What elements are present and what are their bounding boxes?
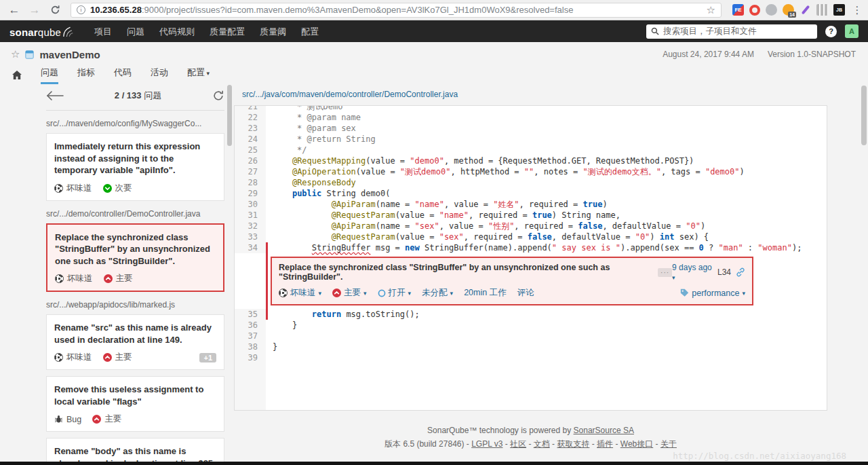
browser-chrome: ← → i 10.236.65.28:9000/project/issues?i… bbox=[0, 0, 868, 20]
page-info-icon[interactable]: i bbox=[77, 5, 85, 14]
bug-icon bbox=[54, 415, 63, 424]
opera-extension-icon[interactable] bbox=[749, 5, 760, 16]
sidebar-scrollbar[interactable] bbox=[227, 85, 232, 146]
nav-item-0[interactable]: 项目 bbox=[94, 26, 112, 37]
columns-extension-icon[interactable] bbox=[816, 4, 828, 16]
footer-link[interactable]: 获取支持 bbox=[557, 439, 589, 449]
line-number[interactable]: 38 bbox=[235, 341, 266, 352]
line-number[interactable]: 25 bbox=[235, 145, 266, 155]
issue-card[interactable]: Rename "src" as this name is already use… bbox=[46, 314, 224, 370]
address-bar[interactable]: i 10.236.65.28:9000/project/issues?id=co… bbox=[71, 3, 722, 18]
browser-reload-icon[interactable] bbox=[46, 5, 64, 15]
nav-item-4[interactable]: 质量阈 bbox=[260, 26, 286, 37]
footer-link[interactable]: Web接口 bbox=[620, 439, 653, 449]
tab-label: 活动 bbox=[151, 67, 168, 77]
line-number[interactable]: 26 bbox=[235, 155, 266, 166]
footer-link[interactable]: 关于 bbox=[660, 439, 677, 449]
issue-card-title: Immediately return this expression inste… bbox=[54, 141, 216, 176]
code-line: 35 return msg.toString(); bbox=[235, 309, 827, 320]
issue-severity-label: 主要 bbox=[104, 413, 121, 425]
line-number[interactable]: 37 bbox=[235, 331, 266, 341]
browser-forward-icon[interactable]: → bbox=[26, 1, 43, 20]
code-content: */ bbox=[266, 145, 827, 155]
code-line: 36 } bbox=[235, 320, 827, 331]
code-line: 23 * @param sex bbox=[235, 123, 827, 134]
issue-status-dropdown[interactable]: 打开▾ bbox=[378, 287, 412, 299]
line-number[interactable]: 32 bbox=[235, 221, 266, 231]
issue-card-tags: 坏味道主要+1 bbox=[54, 352, 216, 363]
browser-back-icon[interactable]: ← bbox=[5, 1, 23, 20]
issue-tags-dropdown[interactable]: performance▾ bbox=[680, 289, 745, 298]
extension-badge: 14 bbox=[788, 12, 796, 18]
gray-extension-icon[interactable] bbox=[766, 4, 777, 16]
open-status-icon bbox=[378, 289, 386, 297]
nav-item-1[interactable]: 问题 bbox=[127, 26, 144, 37]
page-scrollbar[interactable] bbox=[861, 86, 867, 145]
issue-card-title: Rename "src" as this name is already use… bbox=[54, 322, 216, 346]
fe-extension-icon[interactable]: FE bbox=[732, 4, 744, 16]
sonarsource-link[interactable]: SonarSource SA bbox=[574, 426, 634, 435]
issue-age-dropdown[interactable]: 9 days ago ▾ bbox=[672, 263, 713, 282]
search-input[interactable] bbox=[663, 26, 812, 36]
chevron-down-icon: ▾ bbox=[205, 70, 210, 77]
nav-item-2[interactable]: 代码规则 bbox=[159, 26, 195, 37]
line-number[interactable]: 36 bbox=[235, 320, 266, 331]
code-content: @RequestParam(value = "name", required =… bbox=[266, 210, 827, 221]
line-number[interactable]: 29 bbox=[235, 188, 266, 199]
code-line: 32 @ApiParam(name = "sex", value = "性别",… bbox=[235, 221, 827, 231]
issue-card[interactable]: Replace the synchronized class "StringBu… bbox=[46, 223, 224, 293]
sonarqube-nav-menu: 项目问题代码规则质量配置质量阈配置 bbox=[87, 25, 326, 38]
jetbrains-extension-icon[interactable]: JB bbox=[833, 4, 845, 16]
rule-details-button[interactable]: ··· bbox=[658, 268, 672, 277]
code-panel: 21 * 测试Demo22 * @param name23 * @param s… bbox=[234, 105, 827, 411]
browser-menu-icon[interactable]: ⋮ bbox=[852, 4, 863, 16]
issue-box: Replace the synchronized class "StringBu… bbox=[271, 257, 753, 305]
reload-issues-icon[interactable] bbox=[212, 90, 224, 102]
issue-assignee-dropdown[interactable]: 未分配▾ bbox=[422, 287, 453, 299]
permalink-icon[interactable] bbox=[736, 267, 745, 277]
line-number[interactable]: 24 bbox=[235, 134, 266, 145]
footer-link[interactable]: 插件 bbox=[597, 439, 613, 449]
help-icon[interactable]: ? bbox=[825, 26, 837, 37]
line-number[interactable]: 28 bbox=[235, 177, 266, 188]
file-group-label: src/.../webapp/apidocs/lib/marked.js bbox=[46, 300, 224, 310]
line-number[interactable]: 23 bbox=[235, 123, 266, 134]
issue-card[interactable]: Immediately return this expression inste… bbox=[46, 133, 224, 201]
code-line: 37 bbox=[235, 331, 827, 341]
file-path-link[interactable]: src/.../java/com/maven/demo/controller/D… bbox=[234, 81, 868, 105]
nav-item-5[interactable]: 配置 bbox=[301, 26, 319, 37]
global-search[interactable] bbox=[646, 24, 817, 39]
line-number[interactable]: 27 bbox=[235, 166, 266, 177]
line-number[interactable]: 34 bbox=[235, 242, 266, 253]
back-arrow-icon[interactable] bbox=[46, 90, 64, 101]
gear-extension-icon[interactable]: 14 bbox=[783, 4, 794, 16]
footer: SonarQube™ technology is powered by Sona… bbox=[234, 426, 827, 450]
pen-extension-icon[interactable] bbox=[800, 4, 811, 16]
project-name[interactable]: mavenDemo bbox=[39, 49, 100, 60]
line-number[interactable]: 30 bbox=[235, 199, 266, 210]
issue-type-dropdown[interactable]: 坏味道▾ bbox=[279, 287, 321, 299]
minor-severity-icon bbox=[103, 184, 112, 193]
bookmark-star-icon[interactable]: ☆ bbox=[707, 4, 715, 16]
footer-link[interactable]: LGPL v3 bbox=[471, 439, 502, 449]
line-number[interactable]: 22 bbox=[235, 112, 266, 123]
nav-item-3[interactable]: 质量配置 bbox=[210, 26, 245, 37]
avatar[interactable]: A bbox=[845, 24, 859, 38]
issue-card[interactable]: Remove this useless assignment to local … bbox=[46, 376, 224, 432]
line-number[interactable]: 31 bbox=[235, 210, 266, 221]
issue-comment-link[interactable]: 评论 bbox=[517, 287, 534, 299]
footer-version: 版本 6.5 (build 27846) bbox=[384, 439, 464, 449]
footer-link[interactable]: 文档 bbox=[534, 439, 550, 449]
line-number[interactable]: 21 bbox=[235, 105, 266, 112]
tab-label: 问题 bbox=[41, 67, 58, 77]
favorite-star-icon[interactable]: ☆ bbox=[11, 48, 20, 60]
line-number[interactable]: 39 bbox=[235, 352, 266, 363]
issue-severity-dropdown[interactable]: 主要▾ bbox=[332, 287, 367, 299]
sonarqube-logo[interactable]: sonarqube bbox=[9, 24, 73, 38]
code-line: 34 StringBuffer msg = new StringBuffer(n… bbox=[235, 242, 827, 253]
line-number[interactable]: 35 bbox=[235, 309, 266, 320]
issue-severity-label: 主要 bbox=[115, 352, 132, 363]
line-number[interactable]: 33 bbox=[235, 231, 266, 242]
footer-link[interactable]: 社区 bbox=[510, 439, 526, 449]
issue-card-title: Replace the synchronized class "StringBu… bbox=[55, 231, 216, 267]
